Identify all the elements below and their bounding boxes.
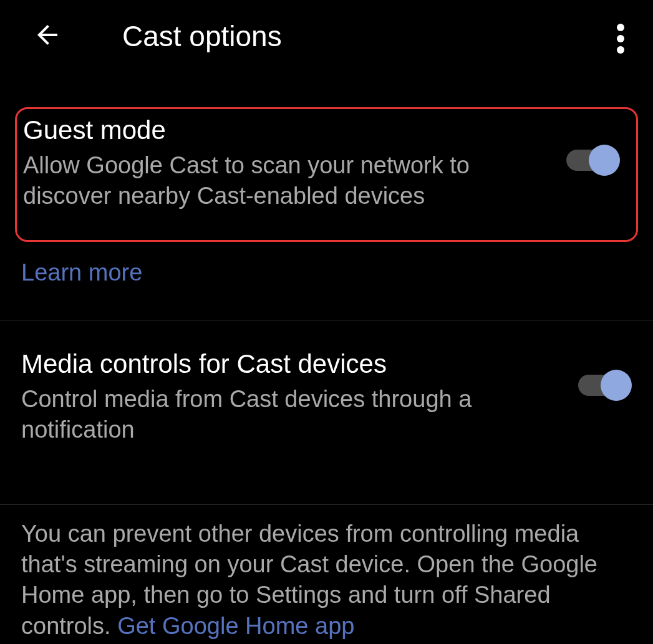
get-google-home-app-link[interactable]: Get Google Home app [117,613,354,639]
media-controls-text: Media controls for Cast devices Control … [21,349,578,446]
media-controls-title: Media controls for Cast devices [21,349,553,379]
info-paragraph: You can prevent other devices from contr… [0,505,653,642]
page-title: Cast options [122,19,282,53]
more-vert-icon [617,24,624,56]
media-controls-description: Control media from Cast devices through … [21,384,553,446]
settings-content: Guest mode Allow Google Cast to scan you… [0,107,653,642]
svg-point-0 [617,24,624,31]
media-controls-toggle[interactable] [578,373,632,398]
guest-mode-toggle[interactable] [566,148,620,173]
arrow-left-icon [32,20,62,52]
app-header: Cast options [0,0,653,79]
more-options-button[interactable] [606,25,636,55]
svg-point-2 [617,46,624,54]
back-button[interactable] [30,19,65,54]
toggle-thumb [589,145,620,176]
learn-more-link[interactable]: Learn more [0,242,142,286]
guest-mode-description: Allow Google Cast to scan your network t… [23,150,541,212]
guest-mode-title: Guest mode [23,115,541,145]
media-controls-setting[interactable]: Media controls for Cast devices Control … [0,320,653,471]
svg-point-1 [617,35,624,42]
toggle-thumb [601,370,632,401]
guest-mode-setting[interactable]: Guest mode Allow Google Cast to scan you… [15,107,638,242]
guest-mode-text: Guest mode Allow Google Cast to scan you… [23,115,566,212]
